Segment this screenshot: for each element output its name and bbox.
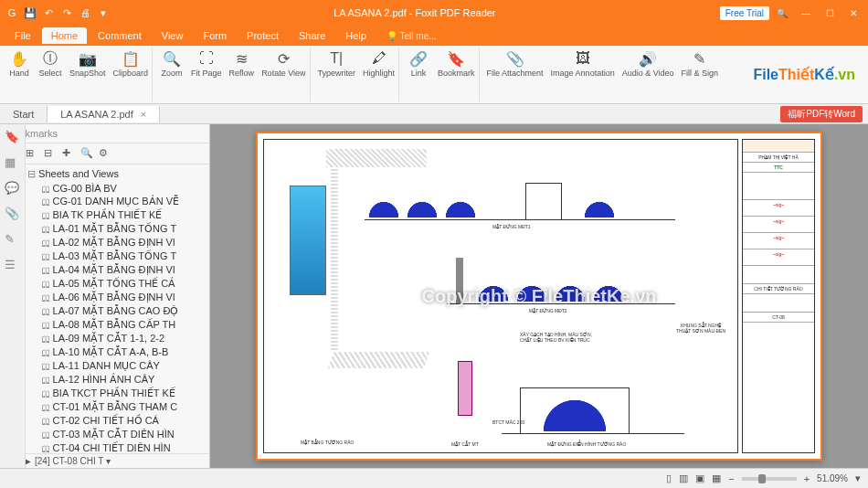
bookmark-panel-icon[interactable]: 🔖	[5, 130, 21, 146]
bookmark-item[interactable]: LA-01 MẶT BẰNG TỔNG T	[27, 222, 206, 236]
collapse-icon[interactable]: ⊟	[44, 147, 57, 160]
ribbon-bookmark[interactable]: 🔖Bookmark	[434, 48, 479, 101]
ribbon-highlight[interactable]: 🖍Highlight	[359, 48, 398, 101]
bookmark-item[interactable]: BIA TKCT PHẦN THIẾT KẾ	[27, 387, 206, 400]
bookmark-item[interactable]: CG-01 DANH MỤC BẢN VẼ	[27, 195, 206, 208]
view-cover-icon[interactable]: ▦	[712, 472, 721, 484]
pdf-word-ad[interactable]: 福昕PDF转Word	[780, 106, 863, 122]
bookmark-tree[interactable]: Sheets and Views CG-00 BÌA BVCG-01 DANH …	[0, 164, 209, 453]
bookmark-item[interactable]: BIA TK PHẦN THIẾT KẾ	[27, 208, 206, 222]
bookmark-item[interactable]: LA-04 MẶT BẰNG ĐỊNH VI	[27, 263, 206, 277]
search-icon[interactable]: 🔍	[771, 4, 793, 22]
menu-form[interactable]: Form	[194, 27, 236, 44]
save-icon[interactable]: 💾	[24, 6, 37, 19]
maximize-button[interactable]: ☐	[819, 4, 841, 22]
bookmark-item[interactable]: LA-12 HÌNH ẢNH CÂY	[27, 373, 206, 387]
ribbon-reflow[interactable]: ≋Reflow	[226, 48, 259, 101]
bookmark-options-icon[interactable]: ⚙	[99, 147, 111, 160]
layers-panel-icon[interactable]: ☰	[5, 258, 21, 274]
ribbon-select[interactable]: ⒾSelect	[35, 48, 66, 101]
bookmark-item[interactable]: LA-06 MẶT BẰNG ĐỊNH VI	[27, 291, 206, 304]
ribbon-typewriter[interactable]: T|Typewriter	[314, 48, 360, 101]
clipboard-icon: 📋	[122, 49, 140, 68]
new-bookmark-icon[interactable]: ✚	[62, 147, 75, 160]
bookmark-item[interactable]: LA-03 MẶT BẰNG TỔNG T	[27, 249, 206, 263]
bookmark-item[interactable]: LA-09 MẶT CẮT 1-1, 2-2	[27, 332, 206, 345]
zoom-dropdown-icon[interactable]: ▾	[855, 472, 861, 484]
tellme-input[interactable]: 💡 Tell me...	[386, 31, 437, 41]
zoom-out-icon[interactable]: −	[728, 473, 734, 484]
bookmark-item[interactable]: LA-05 MẶT TỔNG THỂ CẢ	[27, 277, 206, 291]
bookmark-item[interactable]: LA-07 MẶT BẰNG CAO ĐỘ	[27, 304, 206, 318]
view-single-icon[interactable]: ▯	[666, 472, 672, 484]
bookmark-item[interactable]: CT-04 CHI TIẾT DIỄN HÌN	[27, 441, 206, 453]
pdf-page: MẶT BẰNG TƯỜNG RÀO MẶT ĐỨNG MĐT1	[256, 132, 822, 461]
ribbon-fitpage[interactable]: ⛶Fit Page	[187, 48, 226, 101]
find-bookmark-icon[interactable]: 🔍	[80, 147, 93, 160]
menu-file[interactable]: File	[5, 27, 40, 44]
print-icon[interactable]: 🖨	[79, 6, 91, 19]
ribbon-fileatt[interactable]: 📎File Attachment	[483, 48, 547, 101]
bookmark-item[interactable]: CT-01 MẶT BẰNG THAM C	[27, 400, 206, 414]
bookmark-item[interactable]: CG-00 BÌA BV	[27, 182, 206, 195]
ribbon-audio[interactable]: 🔊Audio & Video	[619, 48, 678, 101]
ribbon-clipboard[interactable]: 📋Clipboard	[110, 48, 153, 101]
zoom-in-icon[interactable]: +	[804, 473, 810, 484]
tab-close-icon[interactable]: ×	[141, 109, 146, 120]
bookmark-item[interactable]: LA-02 MẶT BẰNG ĐỊNH VI	[27, 236, 206, 249]
bookmark-item[interactable]: CT-02 CHI TIẾT HỒ CÁ	[27, 414, 206, 428]
expand-icon[interactable]: ⊞	[26, 147, 38, 160]
ribbon-link[interactable]: 🔗Link	[403, 48, 434, 101]
window-title: LA ASANA 2.pdf - Foxit PDF Reader	[110, 7, 720, 18]
fitpage-icon: ⛶	[197, 49, 216, 68]
menu-home[interactable]: Home	[42, 27, 87, 44]
reflow-icon: ≋	[232, 49, 250, 68]
ribbon-fillsign[interactable]: ✎Fill & Sign	[678, 48, 723, 101]
tab-document[interactable]: LA ASANA 2.pdf×	[48, 106, 160, 122]
close-button[interactable]: ✕	[842, 4, 864, 22]
comments-panel-icon[interactable]: 💬	[5, 181, 21, 197]
view-continuous-icon[interactable]: ▥	[679, 472, 688, 484]
bookmark-item[interactable]: LA-11 DANH MỤC CÂY	[27, 359, 206, 373]
left-nav-strip: 🔖 ▦ 💬 📎 ✎ ☰	[0, 124, 26, 468]
pdf-viewer[interactable]: MẶT BẰNG TƯỜNG RÀO MẶT ĐỨNG MĐT1	[210, 124, 868, 468]
hand-icon: ✋	[10, 49, 28, 68]
attachments-panel-icon[interactable]: 📎	[5, 207, 21, 223]
bookmark-item[interactable]: CT-03 MẶT CẮT DIỄN HÌN	[27, 428, 206, 441]
drawing-title-block: PHẠM THỊ VIỆT HÀ TTC ~sig~ ~sig~ ~sig~ ~…	[742, 139, 815, 453]
trial-badge[interactable]: Free Trial	[720, 6, 769, 20]
minimize-button[interactable]: —	[795, 4, 817, 22]
menu-protect[interactable]: Protect	[238, 27, 288, 44]
company-name: TTC	[743, 163, 814, 173]
menu-view[interactable]: View	[153, 27, 193, 44]
bookmark-item[interactable]: LA-08 MẶT BẰNG CẤP TH	[27, 318, 206, 332]
qat-more-icon[interactable]: ▾	[97, 6, 110, 19]
pages-panel-icon[interactable]: ▦	[5, 155, 21, 172]
ribbon-imgann[interactable]: 🖼Image Annotation	[547, 48, 619, 101]
detail-label: MẶT ĐỨNG ĐIỂN HÌNH TƯỜNG RÀO	[547, 441, 626, 447]
document-tabs: Start LA ASANA 2.pdf× 福昕PDF转Word	[0, 104, 868, 124]
tab-start[interactable]: Start	[0, 106, 48, 122]
ribbon-rotate[interactable]: ⟳Rotate View	[258, 48, 309, 101]
ribbon-hand[interactable]: ✋Hand	[4, 48, 35, 101]
signatures-panel-icon[interactable]: ✎	[5, 232, 21, 249]
ribbon-snapshot[interactable]: 📷SnapShot	[66, 48, 110, 101]
menu-help[interactable]: Help	[336, 27, 376, 44]
image-icon: 🖼	[574, 49, 592, 68]
zoom-slider[interactable]	[742, 477, 797, 481]
ribbon-zoom[interactable]: 🔍Zoom	[156, 48, 187, 101]
current-bookmark-label[interactable]: [24] CT-08 CHI T ▾	[35, 456, 111, 466]
bookmark-item[interactable]: LA-10 MẶT CẮT A-A, B-B	[27, 345, 206, 359]
menu-share[interactable]: Share	[290, 27, 334, 44]
menu-comment[interactable]: Comment	[89, 27, 151, 44]
view-facing-icon[interactable]: ▣	[695, 472, 704, 484]
note-concrete: BTCT MÁC 250	[492, 419, 524, 425]
drawing-elevation-1	[365, 147, 675, 220]
link-icon: 🔗	[409, 49, 428, 68]
undo-icon[interactable]: ↶	[42, 6, 55, 19]
bookmark-root[interactable]: Sheets and Views	[27, 166, 206, 182]
note-brick: XÂY GẠCH TẠO HÌNH, MÀU SƠN, CHẤT LIỆU TH…	[520, 332, 602, 343]
zoom-level[interactable]: 51.09%	[817, 473, 848, 483]
redo-icon[interactable]: ↷	[60, 6, 73, 19]
status-bar: ▯ ▥ ▣ ▦ − + 51.09% ▾	[0, 468, 868, 488]
